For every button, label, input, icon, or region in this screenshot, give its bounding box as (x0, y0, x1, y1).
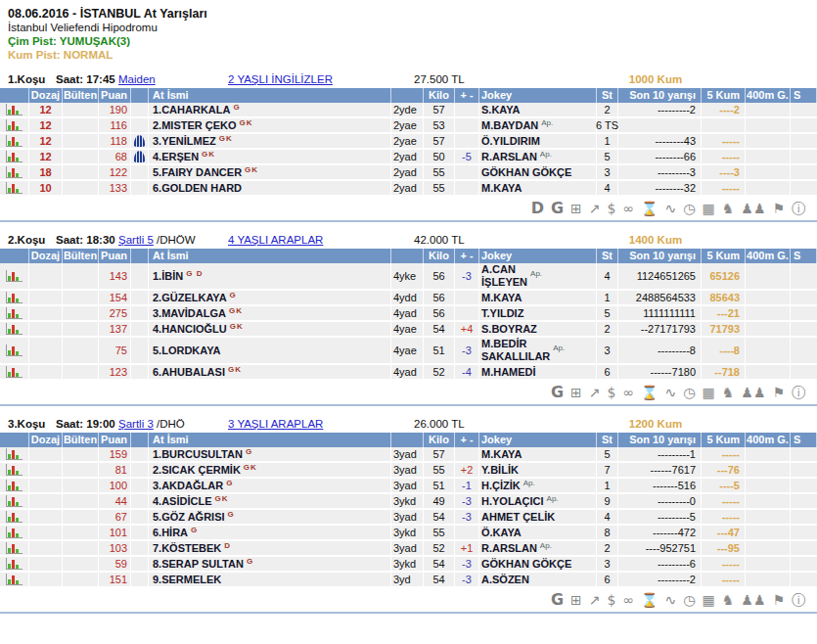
jockey-name: T.YILDIZ (481, 307, 523, 320)
calculator-icon[interactable]: ▦ (703, 385, 715, 400)
jockey-name: S.KAYA (481, 104, 521, 116)
horse-name-suffix: G (247, 555, 253, 568)
stats-chart-icon[interactable] (6, 448, 23, 460)
race-group-link[interactable]: 4 YAŞLI ARAPLAR (228, 234, 323, 246)
binoculars-icon[interactable]: ∞ (622, 592, 634, 608)
ganyan-letter-g-icon[interactable]: G (551, 385, 564, 400)
table-row: 1236.AHUBALASIGK4yad52-4M.HAMEDİ6------7… (0, 365, 817, 381)
puan-cell: 67 (99, 510, 131, 524)
jockey-cell: Ö.YILDIRIM (479, 134, 597, 148)
jockey-cell: AHMET ÇELİK (479, 510, 597, 524)
stats-chart-icon[interactable] (6, 151, 23, 162)
calculator-icon[interactable]: ▦ (703, 201, 715, 216)
race-group-link[interactable]: 3 YAŞLI ARAPLAR (228, 418, 323, 430)
apprentice-mark: Ap. (541, 116, 553, 129)
stats-chart-icon[interactable] (6, 166, 23, 178)
finish-flag-icon[interactable]: ⚑ (772, 201, 785, 216)
finish-flag-icon[interactable]: ⚑ (772, 592, 785, 608)
people-icon[interactable]: ♟♟ (741, 385, 765, 400)
info-icon[interactable]: ⓘ (792, 201, 805, 216)
performance-chart-icon[interactable]: ↗ (589, 592, 601, 608)
stats-chart-icon[interactable] (6, 182, 23, 194)
race-condition-link[interactable]: Maiden (118, 73, 156, 85)
ganyan-letter-g-icon[interactable]: G (551, 201, 564, 216)
start-box-cell: 2 (597, 322, 618, 336)
line-chart-icon[interactable]: ∿ (665, 201, 677, 216)
race-toolbar: G⊞↗$∞⌛∿◷▦♞♟♟⚑ⓘ (0, 588, 817, 610)
start-box-cell: 3 (597, 557, 618, 571)
kilo-cell: 53 (424, 118, 455, 132)
performance-chart-icon[interactable]: ↗ (589, 201, 601, 216)
horse-name-suffix: GK (228, 363, 242, 376)
stopwatch-icon[interactable]: ◷ (683, 592, 695, 608)
horse-head-icon[interactable]: ♞ (722, 385, 735, 400)
stats-chart-icon[interactable] (6, 366, 23, 378)
stats-chart-icon[interactable] (6, 495, 23, 507)
hourglass-icon[interactable]: ⌛ (641, 592, 658, 608)
table-row: 1591.BURCUSULTANG3yad57M.KAYA5---------1… (0, 447, 817, 463)
daily-double-letter-d-icon[interactable]: D (531, 201, 544, 216)
money-icon[interactable]: $ (608, 592, 616, 608)
last-5-sand-cell: 85643 (702, 291, 746, 304)
horse-head-icon[interactable]: ♞ (722, 201, 735, 216)
program-sheet-icon[interactable]: ⊞ (570, 201, 582, 216)
last-5-sand-cell: ----- (702, 447, 746, 461)
finish-flag-icon[interactable]: ⚑ (772, 385, 785, 400)
line-chart-icon[interactable]: ∿ (665, 385, 677, 400)
stats-chart-icon[interactable] (6, 119, 23, 131)
binoculars-icon[interactable]: ∞ (622, 201, 634, 216)
stats-chart-icon[interactable] (6, 527, 23, 538)
bulten-cell (63, 510, 99, 524)
column-header (131, 88, 149, 103)
stats-cell (0, 526, 29, 539)
race-condition-link[interactable]: Şartli 3 (118, 418, 154, 430)
binoculars-icon[interactable]: ∞ (622, 385, 634, 400)
stats-chart-icon[interactable] (6, 511, 23, 523)
stats-chart-icon[interactable] (6, 574, 23, 585)
performance-chart-icon[interactable]: ↗ (589, 385, 601, 400)
stats-chart-icon[interactable] (6, 480, 23, 491)
info-icon[interactable]: ⓘ (792, 385, 805, 400)
calculator-icon[interactable]: ▦ (703, 592, 715, 608)
stats-chart-icon[interactable] (6, 292, 23, 303)
stopwatch-icon[interactable]: ◷ (683, 201, 695, 216)
ganyan-letter-g-icon[interactable]: G (551, 592, 564, 608)
silks-cell (131, 447, 149, 461)
stats-chart-icon[interactable] (6, 558, 23, 570)
jockey-cell: A.CAN İŞLEYENAp. (479, 263, 597, 289)
stats-chart-icon[interactable] (6, 104, 23, 115)
stats-chart-icon[interactable] (6, 542, 23, 554)
money-icon[interactable]: $ (608, 385, 616, 400)
money-icon[interactable]: $ (608, 201, 616, 216)
race-condition-link[interactable]: Şartli 5 (118, 234, 154, 246)
table-body: 1431.İBİNG D4yke56-3A.CAN İŞLEYENAp.4112… (0, 263, 817, 381)
table-row: 755.LORDKAYA4yae51-3M.BEDİR SAKALLILARAp… (0, 338, 817, 365)
race-group-link[interactable]: 2 YAŞLI İNGİLİZLER (228, 73, 333, 85)
silks-cell (131, 118, 149, 132)
program-sheet-icon[interactable]: ⊞ (570, 592, 582, 608)
people-icon[interactable]: ♟♟ (741, 592, 765, 608)
horse-name-cell: 4.HANCIOĞLUGK (149, 322, 391, 336)
kilo-cell: 55 (424, 181, 455, 195)
jockey-cell: Y.BİLİK (479, 463, 597, 477)
stats-chart-icon[interactable] (6, 323, 23, 335)
stats-chart-icon[interactable] (6, 135, 23, 147)
column-header: St (597, 433, 618, 447)
bulten-cell (63, 181, 99, 195)
hourglass-icon[interactable]: ⌛ (641, 201, 658, 216)
stats-chart-icon[interactable] (6, 270, 23, 282)
m400-cell (746, 494, 791, 508)
program-sheet-icon[interactable]: ⊞ (570, 385, 582, 400)
stats-chart-icon[interactable] (6, 307, 23, 319)
stopwatch-icon[interactable]: ◷ (683, 385, 695, 400)
m400-cell (746, 306, 791, 320)
extra-cell (791, 494, 817, 508)
stats-chart-icon[interactable] (6, 464, 23, 476)
people-icon[interactable]: ♟♟ (741, 201, 765, 216)
stats-chart-icon[interactable] (6, 345, 23, 356)
horse-head-icon[interactable]: ♞ (722, 592, 735, 608)
last-5-sand-cell: --718 (702, 365, 746, 379)
line-chart-icon[interactable]: ∿ (665, 592, 677, 608)
hourglass-icon[interactable]: ⌛ (641, 385, 658, 400)
info-icon[interactable]: ⓘ (792, 592, 805, 608)
